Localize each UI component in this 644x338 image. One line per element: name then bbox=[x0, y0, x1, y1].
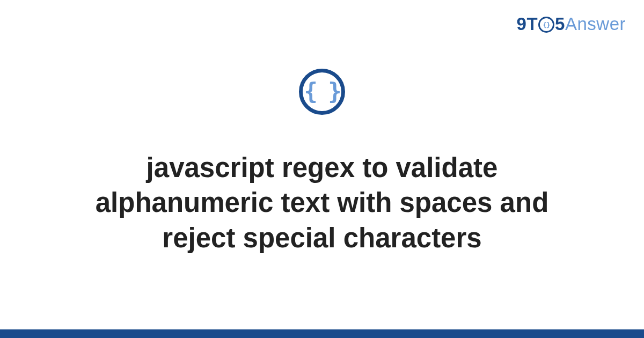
brand-five: 5 bbox=[555, 14, 565, 34]
footer-accent-bar bbox=[0, 329, 644, 338]
braces-glyph: {} bbox=[543, 21, 550, 28]
brand-nine: 9 bbox=[517, 14, 527, 34]
brand-answer: Answer bbox=[565, 14, 626, 34]
question-title: javascript regex to validate alphanumeri… bbox=[70, 150, 574, 255]
page-card: 9 T {} 5 Answer { } javascript regex to … bbox=[0, 0, 644, 338]
brand-t: T bbox=[526, 14, 538, 34]
topic-braces-icon: { } bbox=[299, 69, 345, 115]
braces-circle-icon: {} bbox=[538, 17, 554, 33]
brand-logo: 9 T {} 5 Answer bbox=[517, 14, 626, 34]
topic-braces-glyph: { } bbox=[304, 80, 340, 103]
